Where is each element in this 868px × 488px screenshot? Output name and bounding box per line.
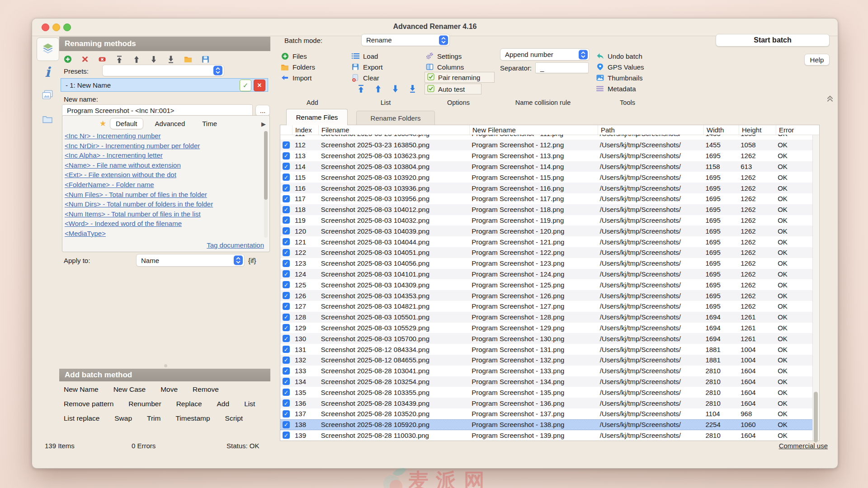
pair-renaming-toggle[interactable]: Pair renaming — [425, 72, 495, 83]
row-checkbox[interactable]: ✓ — [283, 389, 290, 396]
table-row[interactable]: ✓ 136 Screenshot 2025-08-28 103439.png P… — [280, 398, 813, 408]
table-row[interactable]: ✓ 111 Screenshot 2025-03-23 163848.png P… — [280, 135, 813, 140]
add-method-link[interactable]: New Case — [113, 385, 146, 394]
batch-mode-dropdown[interactable]: Rename — [361, 34, 450, 46]
tag-link[interactable]: <Num Items> - Total number of files in t… — [65, 209, 261, 219]
add-method-link[interactable]: Replace — [176, 400, 202, 408]
apply-to-dropdown[interactable]: Name — [136, 254, 245, 267]
tag-link[interactable]: <Inc NrDir> - Incrementing number per fo… — [65, 141, 261, 151]
collision-rule-dropdown[interactable]: Append number — [500, 48, 590, 61]
row-checkbox[interactable]: ✓ — [283, 292, 290, 299]
help-button[interactable]: Help — [804, 54, 830, 66]
import-button[interactable]: Import — [281, 73, 312, 83]
tag-link[interactable]: <Word> - Indexed word of the filename — [65, 219, 261, 229]
tag-list-scrollbar[interactable] — [264, 131, 268, 238]
table-row[interactable]: ✓ 126 Screenshot 2025-08-03 104353.png P… — [280, 290, 813, 301]
tag-link[interactable]: <Inc Alpha> - Incrementing letter — [65, 150, 261, 160]
table-row[interactable]: ✓ 138 Screenshot 2025-08-28 105920.png P… — [280, 419, 813, 430]
add-method-link[interactable]: Trim — [147, 414, 160, 422]
table-row[interactable]: ✓ 121 Screenshot 2025-08-03 104044.png P… — [280, 236, 813, 247]
tab-time[interactable]: Time — [197, 118, 222, 129]
table-row[interactable]: ✓ 139 Screenshot 2025-08-28 110030.png P… — [280, 430, 813, 440]
table-row[interactable]: ✓ 114 Screenshot 2025-08-03 103804.png P… — [280, 161, 813, 172]
tab-advanced[interactable]: Advanced — [150, 118, 191, 129]
row-checkbox[interactable]: ✓ — [283, 432, 290, 439]
new-name-input[interactable]: Program Screenshot - <Inc Nr:001> — [62, 104, 253, 117]
row-checkbox[interactable]: ✓ — [283, 281, 290, 288]
undo-batch-button[interactable]: Undo batch — [596, 51, 642, 61]
thumbnails-button[interactable]: Thumbnails — [596, 73, 643, 83]
add-method-link[interactable]: List — [244, 400, 255, 408]
export-button[interactable]: Export — [351, 62, 382, 72]
add-method-link[interactable]: New Name — [64, 385, 99, 394]
move-method-top-button[interactable] — [115, 55, 123, 63]
column-header-index[interactable]: Index — [292, 125, 318, 135]
method-item-new-name[interactable]: - 1: New Name ✓ × — [61, 78, 268, 92]
add-method-link[interactable]: List replace — [64, 414, 99, 422]
more-button[interactable]: ... — [255, 105, 270, 116]
presets-dropdown[interactable] — [102, 65, 224, 76]
favorites-star-icon[interactable]: ★ — [99, 119, 106, 128]
table-row[interactable]: ✓ 116 Screenshot 2025-08-03 103936.png P… — [280, 183, 813, 193]
row-checkbox[interactable]: ✓ — [283, 152, 290, 160]
tag-link[interactable]: <MediaType> — [65, 229, 261, 238]
row-checkbox[interactable]: ✓ — [283, 378, 290, 385]
method-delete-button[interactable]: × — [254, 80, 265, 91]
sidebar-item-folder[interactable] — [38, 112, 57, 129]
row-checkbox[interactable]: ✓ — [283, 357, 290, 364]
row-checkbox[interactable]: ✓ — [283, 303, 290, 310]
add-method-link[interactable]: Script — [225, 414, 243, 422]
tab-rename-files[interactable]: Rename Files — [286, 109, 348, 125]
add-method-link[interactable]: Swap — [114, 414, 132, 422]
row-checkbox[interactable]: ✓ — [283, 335, 290, 342]
move-method-down-button[interactable] — [150, 55, 158, 63]
tag-link[interactable]: <FolderName> - Folder name — [65, 180, 261, 190]
table-row[interactable]: ✓ 123 Screenshot 2025-08-03 104056.png P… — [280, 258, 813, 269]
move-item-bottom-button[interactable] — [409, 84, 416, 95]
sidebar-item-images[interactable] — [38, 87, 57, 104]
column-header-new-filename[interactable]: New Filename — [469, 125, 598, 135]
tab-overflow-icon[interactable]: ▶ — [261, 121, 266, 127]
tag-link[interactable]: <Name> - File name without extension — [65, 160, 261, 170]
row-checkbox[interactable]: ✓ — [283, 141, 290, 149]
row-checkbox[interactable]: ✓ — [283, 216, 290, 224]
table-row[interactable]: ✓ 118 Screenshot 2025-08-03 104012.png P… — [280, 204, 813, 215]
table-row[interactable]: ✓ 113 Screenshot 2025-08-03 103623.png P… — [280, 150, 813, 161]
table-row[interactable]: ✓ 127 Screenshot 2025-08-03 104821.png P… — [280, 301, 813, 312]
row-checkbox[interactable]: ✓ — [283, 324, 290, 331]
table-row[interactable]: ✓ 120 Screenshot 2025-08-03 104039.png P… — [280, 225, 813, 236]
tab-default[interactable]: Default — [110, 118, 143, 129]
row-checkbox[interactable]: ✓ — [283, 184, 290, 192]
table-row[interactable]: ✓ 129 Screenshot 2025-08-03 105529.png P… — [280, 323, 813, 333]
table-row[interactable]: ✓ 131 Screenshot 2025-08-12 084334.png P… — [280, 344, 813, 355]
row-checkbox[interactable]: ✓ — [283, 260, 290, 267]
row-checkbox[interactable]: ✓ — [283, 174, 290, 181]
table-row[interactable]: ✓ 115 Screenshot 2025-08-03 103920.png P… — [280, 172, 813, 183]
add-method-link[interactable]: Timestamp — [175, 414, 210, 422]
add-method-link[interactable]: Add — [217, 400, 230, 408]
save-preset-icon[interactable] — [201, 55, 209, 63]
delete-method-button[interactable] — [81, 55, 89, 63]
row-checkbox[interactable]: ✓ — [283, 314, 290, 321]
tag-link[interactable]: <Inc Nr> - Incrementing number — [65, 131, 261, 141]
method-enabled-checkbox[interactable]: ✓ — [240, 80, 251, 91]
columns-button[interactable]: Columns — [425, 62, 464, 72]
add-method-link[interactable]: Remove — [193, 385, 219, 394]
table-row[interactable]: ✓ 125 Screenshot 2025-08-03 104309.png P… — [280, 279, 813, 290]
tag-list-scroll-thumb[interactable] — [264, 131, 268, 200]
row-checkbox[interactable]: ✓ — [283, 163, 290, 170]
gps-values-button[interactable]: GPS Values — [596, 62, 644, 72]
row-checkbox[interactable]: ✓ — [283, 195, 290, 202]
move-method-up-button[interactable] — [132, 55, 141, 63]
settings-button[interactable]: Settings — [425, 51, 462, 61]
commercial-use-link[interactable]: Commercial use — [779, 442, 828, 450]
row-checkbox[interactable]: ✓ — [283, 249, 290, 256]
table-row[interactable]: ✓ 117 Screenshot 2025-08-03 103956.png P… — [280, 193, 813, 204]
row-checkbox[interactable]: ✓ — [283, 238, 290, 245]
tag-documentation-link[interactable]: Tag documentation — [207, 241, 264, 249]
table-row[interactable]: ✓ 135 Screenshot 2025-08-28 103355.png P… — [280, 387, 813, 398]
header-checkbox-column[interactable] — [280, 125, 292, 135]
splitter-handle[interactable] — [164, 364, 167, 367]
column-header-height[interactable]: Height — [739, 125, 776, 135]
load-button[interactable]: Load — [351, 51, 378, 61]
